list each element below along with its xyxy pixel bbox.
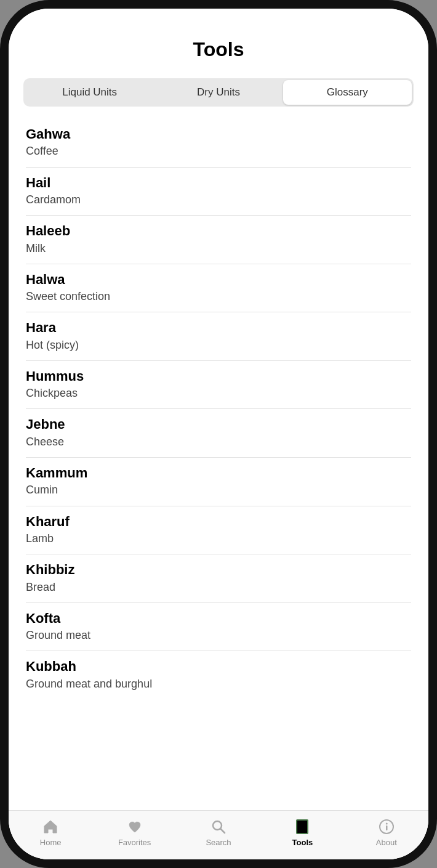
list-item: Hail Cardamom: [26, 168, 411, 216]
svg-line-1: [221, 829, 225, 834]
svg-rect-3: [299, 822, 300, 830]
glossary-term: Haleeb: [26, 223, 411, 239]
glossary-definition: Hot (spicy): [26, 338, 411, 353]
tab-search[interactable]: Search: [177, 816, 260, 850]
list-item: Khibbiz Bread: [26, 554, 411, 603]
tab-dry-units[interactable]: Dry Units: [154, 80, 283, 105]
svg-rect-7: [386, 825, 388, 830]
glossary-definition: Lamb: [26, 531, 411, 546]
glossary-list: Gahwa Coffee Hail Cardamom Haleeb Milk H…: [9, 119, 428, 810]
list-item: Halwa Sweet confection: [26, 264, 411, 313]
glossary-term: Hail: [26, 175, 411, 191]
screen: Tools Liquid Units Dry Units Glossary Ga…: [9, 9, 428, 859]
heart-icon: [126, 818, 143, 835]
glossary-definition: Coffee: [26, 144, 411, 159]
phone-frame: Tools Liquid Units Dry Units Glossary Ga…: [0, 0, 437, 868]
tab-home[interactable]: Home: [9, 816, 92, 850]
tab-glossary[interactable]: Glossary: [283, 80, 412, 105]
glossary-term: Hummus: [26, 368, 411, 384]
tab-tools[interactable]: Tools: [260, 816, 344, 850]
tools-icon: [294, 818, 311, 835]
search-icon: [210, 818, 227, 835]
glossary-definition: Chickpeas: [26, 386, 411, 401]
glossary-term: Kammum: [26, 465, 411, 481]
segment-control: Liquid Units Dry Units Glossary: [23, 78, 414, 107]
header: Tools: [9, 9, 428, 71]
list-item: Haleeb Milk: [26, 216, 411, 264]
page-title: Tools: [193, 38, 244, 60]
glossary-term: Khibbiz: [26, 562, 411, 578]
glossary-definition: Cumin: [26, 482, 411, 498]
glossary-definition: Bread: [26, 580, 411, 595]
svg-rect-4: [302, 824, 303, 830]
list-item: Kofta Ground meat: [26, 603, 411, 652]
tab-about-label: About: [376, 838, 397, 847]
glossary-term: Jebne: [26, 416, 411, 432]
info-icon: [378, 818, 395, 835]
list-item: Kubbah Ground meat and burghul: [26, 651, 411, 699]
list-item: Gahwa Coffee: [26, 119, 411, 168]
list-item: Kharuf Lamb: [26, 506, 411, 555]
glossary-term: Kofta: [26, 610, 411, 627]
glossary-definition: Ground meat: [26, 628, 411, 643]
glossary-definition: Cheese: [26, 434, 411, 450]
glossary-term: Halwa: [26, 272, 411, 288]
glossary-definition: Sweet confection: [26, 289, 411, 304]
glossary-term: Hara: [26, 320, 411, 336]
list-item: Jebne Cheese: [26, 409, 411, 458]
glossary-term: Kharuf: [26, 514, 411, 530]
tab-bar: Home Favorites Search: [9, 810, 428, 859]
glossary-term: Kubbah: [26, 659, 411, 675]
list-item: Kammum Cumin: [26, 458, 411, 506]
tab-favorites[interactable]: Favorites: [92, 816, 176, 850]
glossary-definition: Ground meat and burghul: [26, 676, 411, 692]
svg-rect-5: [305, 825, 307, 830]
tab-about[interactable]: About: [345, 816, 428, 850]
tab-search-label: Search: [206, 838, 231, 847]
tab-liquid-units[interactable]: Liquid Units: [25, 80, 154, 105]
home-icon: [42, 818, 59, 835]
svg-point-8: [386, 823, 388, 825]
glossary-definition: Cardamom: [26, 192, 411, 208]
glossary-definition: Milk: [26, 241, 411, 256]
glossary-term: Gahwa: [26, 126, 411, 142]
tab-favorites-label: Favorites: [118, 838, 151, 847]
tab-tools-label: Tools: [292, 838, 313, 847]
list-item: Hara Hot (spicy): [26, 312, 411, 361]
tab-home-label: Home: [40, 838, 62, 847]
list-item: Hummus Chickpeas: [26, 361, 411, 410]
